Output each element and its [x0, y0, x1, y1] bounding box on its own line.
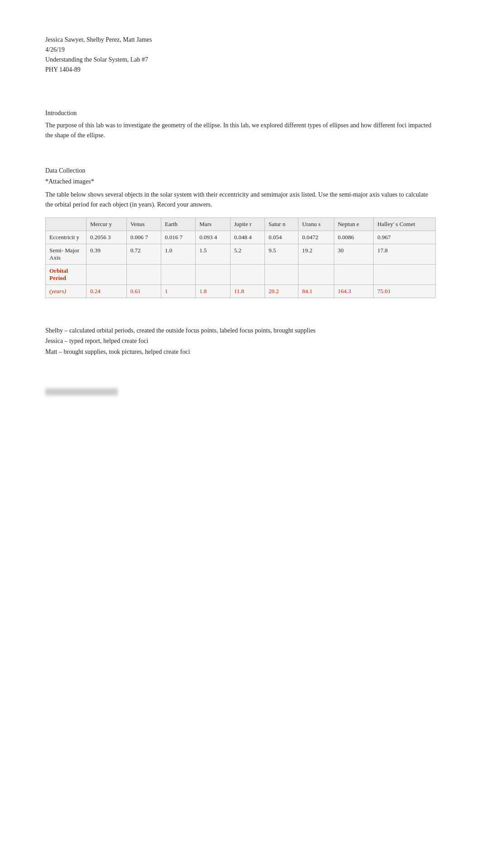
semi-major-label: Semi- Major Axis: [46, 244, 87, 264]
introduction-body: The purpose of this lab was to investiga…: [45, 121, 436, 141]
years-halley: 75.01: [374, 285, 436, 298]
eccentricity-venus: 0.006 7: [126, 231, 161, 244]
years-jupiter: 11.8: [230, 285, 265, 298]
eccentricity-uranus: 0.0472: [298, 231, 334, 244]
attached-images: *Attached images*: [45, 178, 436, 185]
eccentricity-mars: 0.093 4: [196, 231, 230, 244]
semi-major-venus: 0.72: [126, 244, 161, 264]
eccentricity-earth: 0.016 7: [161, 231, 195, 244]
eccentricity-label: Eccentricit y: [46, 231, 87, 244]
years-row: (years) 0.24 0.61 1 1.8 11.8 29.2 84.1 1…: [46, 285, 436, 298]
semi-major-uranus: 19.2: [298, 244, 334, 264]
orbital-neptune: [334, 264, 374, 285]
orbital-earth: [161, 264, 195, 285]
eccentricity-jupiter: 0.048 4: [230, 231, 265, 244]
orbital-period-label: Orbital Period: [46, 264, 87, 285]
col-header-label: [46, 217, 87, 231]
col-header-jupiter: Jupite r: [230, 217, 265, 231]
col-header-venus: Venus: [126, 217, 161, 231]
semi-major-halley: 17.8: [374, 244, 436, 264]
header-block: Jessica Sawyer, Shelby Perez, Matt James…: [45, 36, 436, 73]
semi-major-row: Semi- Major Axis 0.39 0.72 1.0 1.5 5.2 9…: [46, 244, 436, 264]
orbital-mars: [196, 264, 230, 285]
orbital-saturn: [265, 264, 298, 285]
orbital-halley: [374, 264, 436, 285]
orbital-period-row: Orbital Period: [46, 264, 436, 285]
matt-contribution: Matt – brought supplies, took pictures, …: [45, 347, 436, 357]
solar-system-table: Mercur y Venus Earth Mars Jupite r Satur…: [45, 217, 436, 298]
orbital-uranus: [298, 264, 334, 285]
years-mars: 1.8: [196, 285, 230, 298]
shelby-contribution: Shelby – calculated orbital periods, cre…: [45, 325, 436, 336]
years-earth: 1: [161, 285, 195, 298]
col-header-earth: Earth: [161, 217, 195, 231]
col-header-mars: Mars: [196, 217, 230, 231]
years-label: (years): [46, 285, 87, 298]
years-saturn: 29.2: [265, 285, 298, 298]
eccentricity-neptune: 0.0086: [334, 231, 374, 244]
years-neptune: 164.3: [334, 285, 374, 298]
redacted-text-block: [45, 376, 436, 395]
introduction-title: Introduction: [45, 110, 436, 117]
col-header-saturn: Satur n: [265, 217, 298, 231]
contributions-section: Shelby – calculated orbital periods, cre…: [45, 325, 436, 357]
orbital-mercury: [87, 264, 127, 285]
semi-major-saturn: 9.5: [265, 244, 298, 264]
course-line: PHY 1404-89: [45, 66, 436, 73]
semi-major-jupiter: 5.2: [230, 244, 265, 264]
eccentricity-saturn: 0.054: [265, 231, 298, 244]
col-header-neptune: Neptun e: [334, 217, 374, 231]
semi-major-mars: 1.5: [196, 244, 230, 264]
authors-line: Jessica Sawyer, Shelby Perez, Matt James: [45, 36, 436, 43]
col-header-halley: Halley' s Comet: [374, 217, 436, 231]
col-header-mercury: Mercur y: [87, 217, 127, 231]
semi-major-earth: 1.0: [161, 244, 195, 264]
orbital-jupiter: [230, 264, 265, 285]
eccentricity-row: Eccentricit y 0.2056 3 0.006 7 0.016 7 0…: [46, 231, 436, 244]
table-description: The table below shows several objects in…: [45, 190, 436, 210]
years-mercury: 0.24: [87, 285, 127, 298]
jessica-contribution: Jessica – typed report, helped create fo…: [45, 336, 436, 347]
data-table-wrapper: Mercur y Venus Earth Mars Jupite r Satur…: [45, 217, 436, 298]
years-uranus: 84.1: [298, 285, 334, 298]
redacted-text: [45, 388, 118, 395]
eccentricity-halley: 0.967: [374, 231, 436, 244]
data-collection-title: Data Collection: [45, 167, 436, 174]
orbital-venus: [126, 264, 161, 285]
col-header-uranus: Uranu s: [298, 217, 334, 231]
eccentricity-mercury: 0.2056 3: [87, 231, 127, 244]
table-header-row: Mercur y Venus Earth Mars Jupite r Satur…: [46, 217, 436, 231]
lab-title-line: Understanding the Solar System, Lab #7: [45, 56, 436, 63]
semi-major-mercury: 0.39: [87, 244, 127, 264]
semi-major-neptune: 30: [334, 244, 374, 264]
years-venus: 0.61: [126, 285, 161, 298]
date-line: 4/26/19: [45, 46, 436, 53]
